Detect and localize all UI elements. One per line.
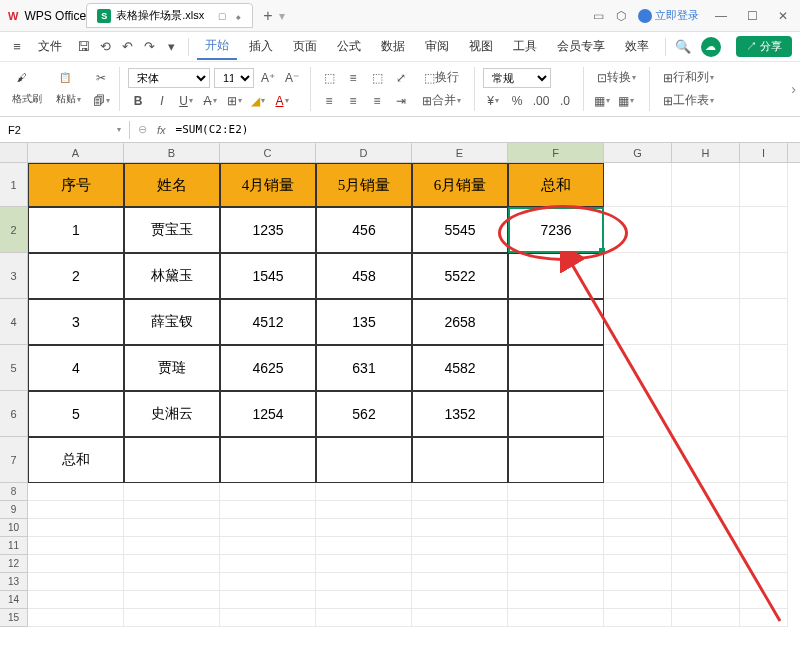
cell[interactable]	[508, 555, 604, 573]
cell[interactable]	[508, 519, 604, 537]
data-cell[interactable]	[124, 437, 220, 483]
cell[interactable]	[316, 519, 412, 537]
row-header-7[interactable]: 7	[0, 437, 28, 483]
header-cell[interactable]: 总和	[508, 163, 604, 207]
row-header-15[interactable]: 15	[0, 609, 28, 627]
cell[interactable]	[672, 391, 740, 437]
new-tab-button[interactable]: +	[263, 7, 272, 25]
col-header-D[interactable]: D	[316, 143, 412, 162]
cell[interactable]	[28, 537, 124, 555]
total-label-cell[interactable]: 总和	[28, 437, 124, 483]
cell[interactable]	[220, 519, 316, 537]
row-header-6[interactable]: 6	[0, 391, 28, 437]
cell[interactable]	[672, 483, 740, 501]
paste-button[interactable]: 📋 粘贴▾	[52, 70, 85, 108]
tab-view[interactable]: 视图	[461, 34, 501, 59]
cell[interactable]	[220, 501, 316, 519]
book-icon[interactable]: ▭	[593, 9, 604, 23]
col-header-I[interactable]: I	[740, 143, 788, 162]
cell[interactable]	[672, 163, 740, 207]
cell[interactable]	[604, 573, 672, 591]
header-cell[interactable]: 序号	[28, 163, 124, 207]
header-cell[interactable]: 5月销量	[316, 163, 412, 207]
row-header-4[interactable]: 4	[0, 299, 28, 345]
cell[interactable]	[316, 555, 412, 573]
formula-input[interactable]: =SUM(C2:E2)	[176, 123, 249, 136]
ribbon-expand-icon[interactable]: ›	[791, 81, 796, 97]
row-header-1[interactable]: 1	[0, 163, 28, 207]
align-bottom-button[interactable]: ⬚	[367, 68, 387, 88]
cell[interactable]	[672, 299, 740, 345]
bold-button[interactable]: B	[128, 91, 148, 111]
cell[interactable]	[316, 537, 412, 555]
cell[interactable]	[740, 299, 788, 345]
cell[interactable]	[604, 555, 672, 573]
data-cell[interactable]: 5545	[412, 207, 508, 253]
tab-list-icon[interactable]: ▾	[279, 9, 285, 23]
cell[interactable]	[604, 345, 672, 391]
data-cell[interactable]: 1545	[220, 253, 316, 299]
tab-insert[interactable]: 插入	[241, 34, 281, 59]
data-cell[interactable]: 史湘云	[124, 391, 220, 437]
cell[interactable]	[124, 573, 220, 591]
strikethrough-button[interactable]: A▾	[200, 91, 220, 111]
maximize-button[interactable]: ☐	[743, 7, 762, 25]
row-header-10[interactable]: 10	[0, 519, 28, 537]
cell[interactable]	[740, 537, 788, 555]
cell[interactable]	[412, 591, 508, 609]
cell[interactable]	[124, 555, 220, 573]
rowcol-button[interactable]: ⊞ 行和列▾	[658, 68, 719, 88]
cell[interactable]	[316, 591, 412, 609]
format-button[interactable]: ▦▾	[616, 91, 636, 111]
cell[interactable]	[672, 501, 740, 519]
cell[interactable]	[316, 483, 412, 501]
data-cell[interactable]: 4582	[412, 345, 508, 391]
data-cell[interactable]	[316, 437, 412, 483]
dropdown-icon[interactable]: ▾	[162, 38, 180, 56]
tab-formula[interactable]: 公式	[329, 34, 369, 59]
cell[interactable]	[672, 345, 740, 391]
data-cell[interactable]	[508, 299, 604, 345]
data-cell[interactable]: 4	[28, 345, 124, 391]
close-button[interactable]: ✕	[774, 7, 792, 25]
menu-file[interactable]: 文件	[30, 34, 70, 59]
wrap-button[interactable]: ⬚ 换行	[417, 68, 466, 88]
refresh-icon[interactable]: ⟲	[96, 38, 114, 56]
decrease-decimal-button[interactable]: .0	[555, 91, 575, 111]
tab-tools[interactable]: 工具	[505, 34, 545, 59]
cell[interactable]	[672, 207, 740, 253]
data-cell[interactable]: 562	[316, 391, 412, 437]
data-cell[interactable]: 631	[316, 345, 412, 391]
cell[interactable]	[124, 609, 220, 627]
cell[interactable]	[28, 519, 124, 537]
cell[interactable]	[604, 609, 672, 627]
cube-icon[interactable]: ⬡	[616, 9, 626, 23]
comma-button[interactable]: .00	[531, 91, 551, 111]
styles-button[interactable]: ▦▾	[592, 91, 612, 111]
hamburger-icon[interactable]: ≡	[8, 38, 26, 56]
cell[interactable]	[28, 609, 124, 627]
merge-button[interactable]: ⊞ 合并▾	[417, 91, 466, 111]
tab-close-icon[interactable]: ⬥	[235, 10, 242, 22]
cell[interactable]	[412, 573, 508, 591]
cell[interactable]	[672, 573, 740, 591]
tab-vip[interactable]: 会员专享	[549, 34, 613, 59]
cell[interactable]	[604, 391, 672, 437]
orientation-button[interactable]: ⤢	[391, 68, 411, 88]
indent-button[interactable]: ⇥	[391, 91, 411, 111]
italic-button[interactable]: I	[152, 91, 172, 111]
data-cell[interactable]	[508, 253, 604, 299]
login-link[interactable]: 立即登录	[638, 8, 699, 23]
namebox-dropdown-icon[interactable]: ▾	[117, 125, 121, 134]
increase-font-button[interactable]: A⁺	[258, 68, 278, 88]
cell[interactable]	[220, 483, 316, 501]
header-cell[interactable]: 4月销量	[220, 163, 316, 207]
data-cell[interactable]: 1254	[220, 391, 316, 437]
decrease-font-button[interactable]: A⁻	[282, 68, 302, 88]
data-cell[interactable]	[508, 391, 604, 437]
align-right-button[interactable]: ≡	[367, 91, 387, 111]
tab-review[interactable]: 审阅	[417, 34, 457, 59]
copy-button[interactable]: 🗐▾	[91, 91, 111, 111]
tab-page[interactable]: 页面	[285, 34, 325, 59]
row-header-5[interactable]: 5	[0, 345, 28, 391]
